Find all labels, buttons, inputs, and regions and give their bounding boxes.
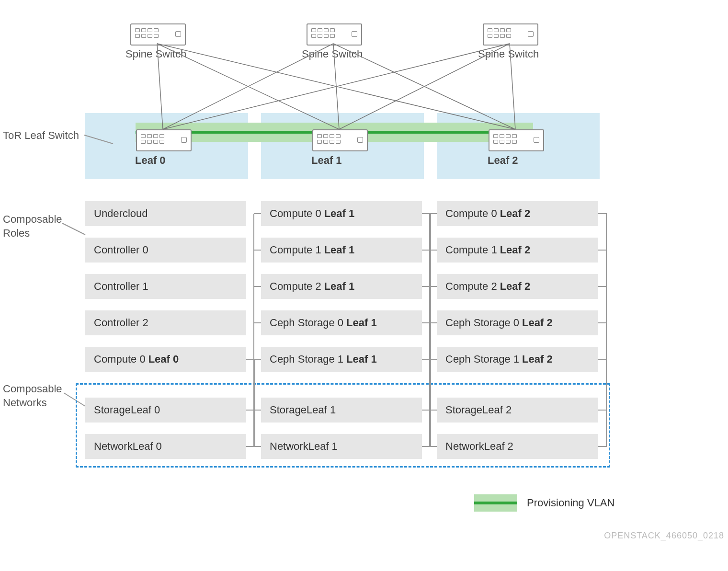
legend-label: Provisioning VLAN: [527, 497, 614, 509]
role-compute0-leaf2: Compute 0Leaf 2: [437, 201, 598, 226]
footer-id: OPENSTACK_466050_0218: [604, 531, 724, 541]
role-controller-0: Controller 0: [85, 238, 246, 263]
role-compute0-leaf0: Compute 0Leaf 0: [85, 347, 246, 372]
leaf-switch-2-icon: [489, 129, 544, 151]
spine-switch-1-icon: [307, 23, 362, 46]
role-ceph1-leaf2: Ceph Storage 1Leaf 2: [437, 347, 598, 372]
spine-switch-2-icon: [483, 23, 538, 46]
role-compute2-leaf2: Compute 2Leaf 2: [437, 274, 598, 299]
role-ceph1-leaf1: Ceph Storage 1Leaf 1: [261, 347, 422, 372]
net-network-leaf0: NetworkLeaf 0: [85, 434, 246, 459]
leaf-label-1: Leaf 1: [311, 154, 342, 167]
net-network-leaf2: NetworkLeaf 2: [437, 434, 598, 459]
role-compute2-leaf1: Compute 2Leaf 1: [261, 274, 422, 299]
roles-pointer: [62, 223, 85, 235]
role-compute1-leaf1: Compute 1Leaf 1: [261, 238, 422, 263]
spine-switch-0-icon: [130, 23, 186, 46]
net-storage-leaf0: StorageLeaf 0: [85, 398, 246, 423]
role-ceph0-leaf1: Ceph Storage 0Leaf 1: [261, 310, 422, 335]
leaf-label-2: Leaf 2: [488, 154, 518, 167]
net-storage-leaf1: StorageLeaf 1: [261, 398, 422, 423]
net-network-leaf1: NetworkLeaf 1: [261, 434, 422, 459]
spine-label-2: Spine Switch: [478, 48, 539, 60]
leaf-switch-0-icon: [136, 129, 192, 151]
spine-label-1: Spine Switch: [302, 48, 363, 60]
spine-label-0: Spine Switch: [125, 48, 186, 60]
leaf-label-0: Leaf 0: [135, 154, 166, 167]
role-undercloud: Undercloud: [85, 201, 246, 226]
legend-swatch: [474, 494, 517, 512]
leaf-switch-1-icon: [312, 129, 368, 151]
role-ceph0-leaf2: Ceph Storage 0Leaf 2: [437, 310, 598, 335]
composable-networks-label: Composable Networks: [3, 382, 62, 410]
role-compute1-leaf2: Compute 1Leaf 2: [437, 238, 598, 263]
net-storage-leaf2: StorageLeaf 2: [437, 398, 598, 423]
role-controller-1: Controller 1: [85, 274, 246, 299]
role-compute0-leaf1: Compute 0Leaf 1: [261, 201, 422, 226]
role-controller-2: Controller 2: [85, 310, 246, 335]
composable-roles-label: Composable Roles: [3, 213, 62, 240]
tor-leaf-switch-label: ToR Leaf Switch: [3, 129, 79, 142]
